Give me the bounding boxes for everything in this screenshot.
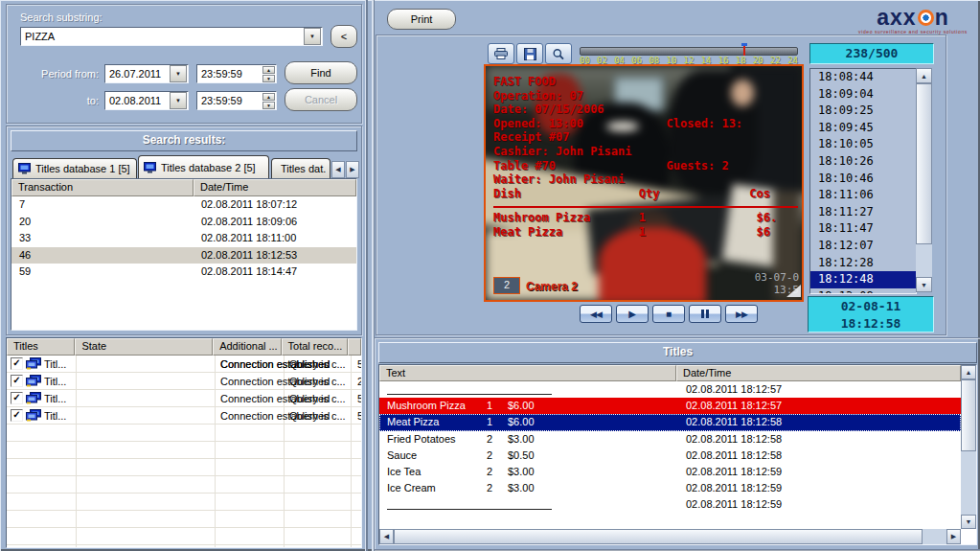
- from-time-spinner[interactable]: ▲▼: [262, 66, 275, 81]
- spin-down-icon[interactable]: ▼: [262, 102, 275, 109]
- to-date-combobox[interactable]: 02.08.2011 ▼: [104, 91, 189, 110]
- scrollbar-thumb[interactable]: [394, 529, 923, 544]
- scroll-down-button[interactable]: ▼: [916, 277, 932, 292]
- save-frame-button[interactable]: [516, 43, 543, 64]
- pause-button[interactable]: [689, 305, 721, 323]
- from-date-combobox[interactable]: 26.07.2011 ▼: [104, 64, 189, 83]
- timestamp-item[interactable]: 18:09:45: [810, 120, 916, 137]
- rewind-icon: ◀◀: [590, 310, 602, 319]
- tab-titles-database-3[interactable]: Titles dat.: [271, 158, 330, 178]
- to-time-value[interactable]: 23:59:59: [197, 95, 262, 106]
- camera-number-badge: 2: [493, 277, 520, 294]
- scroll-right-button[interactable]: ▶: [946, 529, 961, 544]
- spin-up-icon[interactable]: ▲: [262, 93, 275, 101]
- titles-header: Titles: [378, 342, 977, 363]
- from-time-field[interactable]: 23:59:59 ▲▼: [196, 64, 277, 83]
- tab-scroll-right-button[interactable]: ▶: [346, 161, 359, 178]
- tab-titles-database-1[interactable]: Titles database 1 [5]: [12, 158, 137, 178]
- scroll-up-button[interactable]: ▲: [916, 68, 932, 83]
- scroll-up-button[interactable]: ▲: [961, 365, 976, 379]
- timeline-slider[interactable]: 00020406081012141618202224: [580, 43, 798, 66]
- title-row-selected[interactable]: Meat Pizza1$6.00 02.08.2011 18:12:58: [379, 414, 961, 430]
- scroll-down-button[interactable]: ▼: [961, 515, 976, 529]
- to-date-value[interactable]: 02.08.2011: [105, 95, 169, 106]
- column-header-state[interactable]: State: [75, 338, 213, 356]
- timeline-position-marker[interactable]: [743, 43, 745, 56]
- stop-button[interactable]: ■: [652, 305, 685, 323]
- empty-grid-rows: [7, 425, 361, 545]
- timestamp-item-selected[interactable]: 18:12:48: [810, 271, 916, 288]
- spin-up-icon[interactable]: ▲: [262, 66, 275, 74]
- from-time-value[interactable]: 23:59:59: [197, 68, 262, 80]
- tab-scroll-left-button[interactable]: ◀: [331, 161, 345, 178]
- rewind-button[interactable]: ◀◀: [580, 305, 612, 323]
- title-row[interactable]: Fried Potatoes2$3.00 02.08.2011 18:12:58: [379, 431, 961, 448]
- titles-vertical-scrollbar[interactable]: ▲ ▼: [961, 365, 976, 529]
- fast-forward-button[interactable]: ▶▶: [725, 305, 758, 323]
- arrow-up-icon: ▲: [966, 369, 972, 376]
- column-header-total-records[interactable]: Total reco...: [282, 338, 348, 356]
- timestamp-item[interactable]: 18:11:27: [810, 204, 916, 221]
- search-substring-dropdown-button[interactable]: ▼: [304, 28, 321, 45]
- title-row-match-highlighted[interactable]: Mushroom Pizza1$6.00 02.08.2011 18:12:57: [379, 398, 961, 414]
- title-row-separator[interactable]: 02.08.2011 18:12:57: [379, 381, 961, 398]
- transaction-row[interactable]: 3302.08.2011 18:11:00: [11, 230, 356, 247]
- timestamp-item[interactable]: 18:12:07: [810, 238, 916, 255]
- find-button[interactable]: Find: [285, 61, 357, 84]
- scrollbar-thumb[interactable]: [961, 379, 976, 451]
- timestamp-item[interactable]: 18:08:44: [810, 69, 916, 86]
- search-substring-value[interactable]: PIZZA: [21, 31, 303, 42]
- titles-horizontal-scrollbar[interactable]: ◀ ▶: [379, 529, 961, 544]
- resize-grip-icon[interactable]: [786, 285, 801, 297]
- zoom-frame-button[interactable]: [545, 43, 572, 64]
- column-header-datetime[interactable]: Date/Time: [194, 179, 356, 196]
- transaction-row-selected[interactable]: 4602.08.2011 18:12:53: [11, 247, 356, 264]
- column-header-additional[interactable]: Additional ...: [213, 338, 281, 356]
- transaction-row[interactable]: 702.08.2011 18:07:12: [11, 196, 356, 214]
- column-header-titles-datetime[interactable]: Date/Time: [676, 365, 961, 381]
- print-frame-button[interactable]: [488, 43, 514, 64]
- transaction-row[interactable]: 5902.08.2011 18:14:47: [11, 264, 356, 281]
- to-date-dropdown-button[interactable]: ▼: [170, 92, 187, 109]
- title-row[interactable]: Ice Cream2$3.00 02.08.2011 18:12:59: [379, 480, 961, 496]
- timestamp-item[interactable]: 18:11:06: [810, 187, 916, 204]
- to-time-spinner[interactable]: ▲▼: [262, 93, 275, 108]
- checkbox-checked[interactable]: ✓: [11, 357, 23, 370]
- frame-timestamp-list[interactable]: 18:08:44 18:09:04 18:09:25 18:09:45 18:1…: [809, 68, 917, 294]
- title-row[interactable]: Sauce2$0.50 02.08.2011 18:12:58: [379, 448, 961, 464]
- video-frame[interactable]: FAST FOOD Operation: 07 Date: 07/15/2006…: [484, 64, 804, 302]
- timestamp-item[interactable]: 18:12:28: [810, 255, 916, 272]
- checkbox-checked[interactable]: ✓: [11, 375, 23, 387]
- to-time-field[interactable]: 23:59:59 ▲▼: [196, 91, 277, 110]
- spin-down-icon[interactable]: ▼: [262, 75, 275, 82]
- search-substring-combobox[interactable]: PIZZA ▼: [20, 27, 323, 46]
- tab-titles-database-2[interactable]: Titles database 2 [5]: [138, 155, 269, 178]
- timestamp-item[interactable]: 18:10:46: [810, 171, 916, 188]
- cancel-button[interactable]: Cancel: [285, 88, 357, 111]
- from-date-dropdown-button[interactable]: ▼: [170, 65, 187, 82]
- timestamp-item[interactable]: 18:11:47: [810, 220, 916, 238]
- title-row-separator[interactable]: 02.08.2011 18:12:59: [379, 496, 961, 513]
- timestamp-item[interactable]: 18:10:26: [810, 153, 916, 171]
- timeline-track[interactable]: [580, 47, 798, 56]
- play-button[interactable]: ▶: [616, 305, 649, 323]
- from-date-value[interactable]: 26.07.2011: [105, 68, 169, 80]
- timestamp-item[interactable]: 18:13:08: [810, 288, 916, 294]
- collapse-button[interactable]: <: [330, 25, 357, 48]
- timestamp-scrollbar[interactable]: ▲ ▼: [916, 68, 932, 292]
- tab-label: Titles database 1 [5]: [35, 163, 130, 174]
- timestamp-item[interactable]: 18:09:04: [810, 86, 916, 103]
- timestamp-item[interactable]: 18:10:05: [810, 136, 916, 153]
- column-header-titles[interactable]: Titles: [7, 338, 75, 356]
- title-sources-table: Titles State Additional ... Total reco..…: [6, 337, 362, 548]
- title-row[interactable]: Ice Tea2$3.00 02.08.2011 18:12:59: [379, 464, 961, 480]
- transaction-row[interactable]: 2002.08.2011 18:09:06: [11, 214, 356, 231]
- column-header-transaction[interactable]: Transaction: [11, 179, 194, 196]
- checkbox-checked[interactable]: ✓: [11, 392, 23, 404]
- print-button[interactable]: Print: [387, 9, 456, 30]
- scroll-left-button[interactable]: ◀: [379, 529, 394, 544]
- column-header-text[interactable]: Text: [379, 365, 676, 381]
- scrollbar-thumb[interactable]: [916, 83, 932, 244]
- timestamp-item[interactable]: 18:09:25: [810, 103, 916, 120]
- checkbox-checked[interactable]: ✓: [11, 409, 23, 422]
